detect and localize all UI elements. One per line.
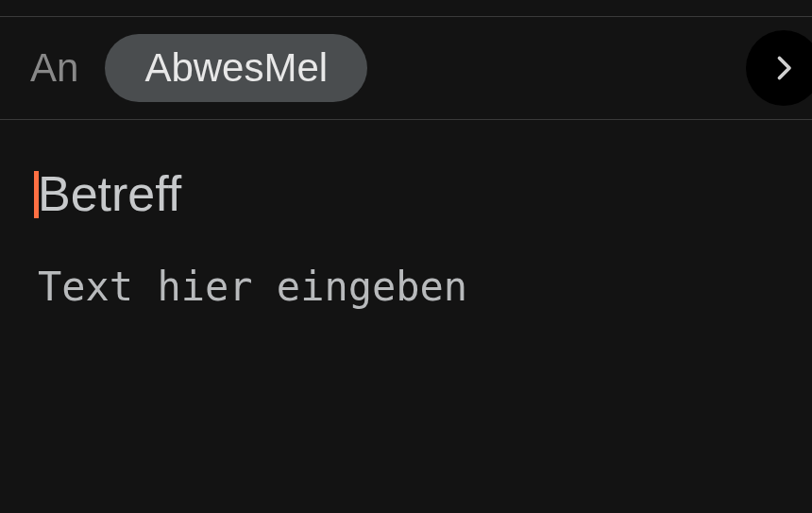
subject-row: [38, 165, 782, 222]
subject-input[interactable]: [38, 165, 782, 222]
to-field-label: An: [30, 45, 78, 91]
recipient-chip[interactable]: AbwesMel: [105, 34, 367, 102]
body-input[interactable]: [38, 264, 782, 402]
compose-content: [0, 120, 812, 406]
recipient-row[interactable]: An AbwesMel: [0, 17, 812, 120]
text-cursor: [34, 171, 39, 218]
chevron-right-icon: [767, 51, 801, 85]
expand-recipients-button[interactable]: [746, 30, 812, 106]
top-divider: [0, 0, 812, 17]
